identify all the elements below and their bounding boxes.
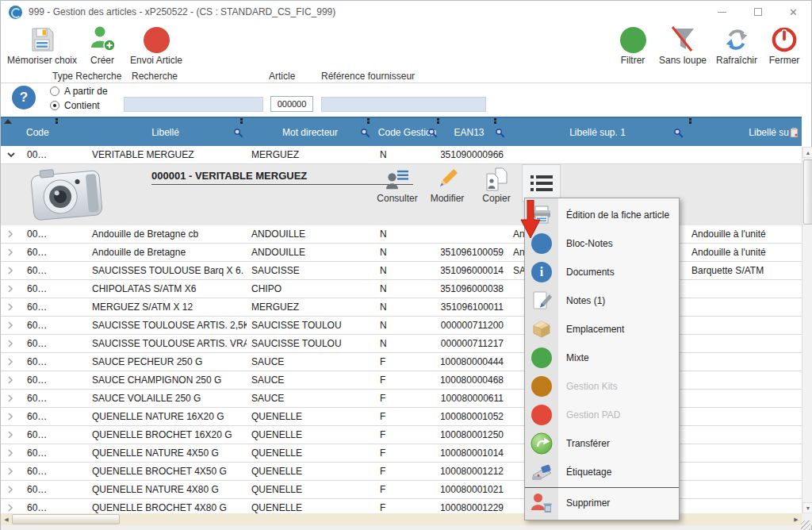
consulter-button[interactable]: Consulter bbox=[376, 167, 419, 204]
reference-fournisseur-input[interactable] bbox=[321, 97, 486, 112]
copier-button[interactable]: Copier bbox=[475, 167, 518, 204]
column-header-libelle-sup1[interactable]: Libellé sup. 1 bbox=[508, 118, 687, 146]
menu-item-bloc-notes[interactable]: Bloc-Notes bbox=[525, 229, 679, 258]
row-expander-icon[interactable] bbox=[1, 481, 23, 498]
row-expander-icon[interactable] bbox=[1, 225, 23, 243]
table-row[interactable]: 00…VERITABLE MERGUEZMERGUEZN335109000096… bbox=[1, 146, 802, 164]
maximize-button[interactable] bbox=[740, 1, 776, 23]
scroll-up-button[interactable]: ▲ bbox=[802, 147, 812, 158]
menu-item-notes-1-[interactable]: Notes (1) bbox=[525, 286, 679, 315]
menu-item-mixte[interactable]: Mixte bbox=[525, 344, 679, 372]
table-row[interactable]: 60…CHIPOLATAS S/ATM X6CHIPON335109600003… bbox=[1, 280, 802, 298]
row-expander-icon[interactable] bbox=[1, 371, 23, 389]
table-row[interactable]: 60…QUENELLE NATURE 16X20 GQUENELLEF31000… bbox=[1, 408, 802, 426]
menu-item-gestion-pad: Gestion PAD bbox=[525, 401, 679, 429]
row-expander-icon[interactable] bbox=[1, 463, 23, 480]
column-header-code-gestion[interactable]: Code Gestion bbox=[373, 118, 441, 146]
table-row[interactable]: 60…Andouille de BretagneANDOUILLEN335109… bbox=[1, 244, 802, 262]
row-actions-menu-button[interactable] bbox=[522, 164, 561, 202]
search-column-icon[interactable] bbox=[495, 128, 505, 138]
scroll-down-button[interactable]: ▼ bbox=[802, 502, 812, 513]
row-expander-icon[interactable] bbox=[1, 262, 23, 279]
table-row[interactable]: 60…SAUCISSE TOULOUSE ARTIS. 2,5KGSAUCISS… bbox=[1, 317, 802, 335]
menu-item-label: Bloc-Notes bbox=[566, 238, 613, 249]
cell-ean13: 3100080001021 bbox=[441, 481, 508, 498]
menu-item--dition-de-la-fiche-article[interactable]: Édition de la fiche article bbox=[525, 201, 679, 229]
help-icon[interactable]: ? bbox=[12, 86, 36, 109]
column-header-mot-directeur[interactable]: Mot directeur bbox=[247, 118, 373, 146]
search-column-icon[interactable] bbox=[673, 128, 684, 138]
cell-mot-directeur: SAUCE bbox=[247, 353, 373, 371]
envoi-article-button[interactable]: Envoi Article bbox=[126, 23, 186, 66]
resize-grip[interactable] bbox=[801, 520, 810, 530]
radio-contient[interactable]: Contient bbox=[50, 100, 100, 111]
row-expander-icon[interactable] bbox=[1, 426, 23, 444]
cell-libelle: Andouille de Bretagne bbox=[84, 244, 247, 261]
column-header-ean13[interactable]: EAN13 bbox=[441, 118, 508, 146]
row-expander-icon[interactable] bbox=[1, 390, 23, 407]
memoriser-choix-button[interactable]: Mémoriser choix bbox=[6, 23, 79, 66]
radio-a-partir-de[interactable]: A partir de bbox=[50, 86, 108, 97]
creer-button[interactable]: Créer bbox=[82, 23, 122, 66]
table-row[interactable]: 60…QUENELLE NATURE 4X50 GQUENELLEF310008… bbox=[1, 444, 802, 463]
cell-code-gestion: N bbox=[373, 146, 441, 163]
minimize-button[interactable] bbox=[704, 1, 740, 23]
vertical-scrollbar[interactable]: ▲ ▼ bbox=[802, 147, 812, 513]
fermer-button[interactable]: Fermer bbox=[764, 23, 804, 66]
close-button[interactable]: ✕ bbox=[776, 1, 811, 23]
table-row[interactable]: 60…QUENELLE BROCHET 4X50 GQUENELLEF31000… bbox=[1, 463, 802, 481]
recherche-input[interactable] bbox=[124, 97, 263, 112]
app-logo-icon bbox=[9, 6, 22, 19]
row-expander-icon[interactable] bbox=[1, 499, 23, 513]
vertical-scrollbar-thumb[interactable] bbox=[803, 159, 812, 225]
row-expander-icon[interactable] bbox=[1, 408, 23, 425]
radio-icon[interactable] bbox=[50, 86, 59, 96]
row-expander-icon[interactable] bbox=[1, 298, 23, 316]
column-header-code[interactable]: Code bbox=[23, 118, 84, 146]
search-column-icon[interactable] bbox=[360, 128, 370, 138]
clipboard-icon[interactable] bbox=[790, 128, 799, 138]
table-row[interactable]: 60…SAUCISSE TOULOUSE ARTIS. VRACSAUCISSE… bbox=[1, 335, 802, 353]
table-row[interactable]: 60…SAUCE PECHEUR 250 GSAUCEF310008000044… bbox=[1, 353, 802, 371]
table-row[interactable]: 60…QUENELLE BROCHET 16X20 GQUENELLEF3100… bbox=[1, 426, 802, 444]
table-row[interactable]: 60…MERGUEZ S/ATM X 12MERGUEZN33510961000… bbox=[1, 298, 802, 317]
menu-item-documents[interactable]: iDocuments bbox=[525, 258, 679, 286]
menu-item-emplacement[interactable]: Emplacement bbox=[525, 315, 679, 344]
table-row[interactable]: 60…QUENELLE NATURE 4X80 GQUENELLEF310008… bbox=[1, 481, 802, 499]
radio-icon-checked[interactable] bbox=[50, 101, 59, 110]
horizontal-scrollbar[interactable]: ◀ ▶ bbox=[1, 513, 802, 525]
table-row[interactable]: 60…SAUCE VOLAILLE 250 GSAUCEF31000800006… bbox=[1, 390, 802, 408]
row-expander-icon[interactable] bbox=[1, 146, 23, 163]
rafraichir-button[interactable]: Rafraîchir bbox=[713, 23, 760, 66]
row-expander-icon[interactable] bbox=[1, 353, 23, 371]
search-labels: Type Recherche Recherche Article Référen… bbox=[1, 71, 811, 83]
row-expander-icon[interactable] bbox=[1, 335, 23, 352]
cell-code-gestion: F bbox=[373, 444, 441, 462]
cell-code: 60… bbox=[23, 335, 84, 352]
table-row[interactable]: 60…SAUCE CHAMPIGNON 250 GSAUCEF310008000… bbox=[1, 371, 802, 390]
cell-mot-directeur: SAUCISSE TOULOU bbox=[247, 317, 373, 334]
scroll-right-button[interactable]: ▶ bbox=[791, 513, 802, 525]
column-header-libelle[interactable]: Libellé bbox=[84, 118, 247, 146]
table-row[interactable]: 60…SAUCISSES TOULOUSE Barq X 6.SAUCISSEN… bbox=[1, 262, 802, 280]
row-expander-icon[interactable] bbox=[1, 244, 23, 261]
sans-loupe-button[interactable]: Sans loupe bbox=[657, 23, 709, 66]
menu-item-supprimer[interactable]: Supprimer bbox=[525, 489, 679, 517]
cell-code-gestion: N bbox=[373, 317, 441, 334]
menu-item--tiquetage[interactable]: Étiquetage bbox=[525, 458, 679, 486]
filtrer-button[interactable]: Filtrer bbox=[615, 23, 651, 66]
menu-item-transf-rer[interactable]: Transférer bbox=[525, 429, 679, 458]
article-input[interactable] bbox=[270, 96, 313, 112]
row-expander-icon[interactable] bbox=[1, 444, 23, 462]
menu-item-label: Supprimer bbox=[566, 497, 610, 509]
row-expander-icon[interactable] bbox=[1, 280, 23, 298]
column-header-libelle-sup2[interactable]: Libellé su bbox=[687, 118, 802, 146]
table-row[interactable]: 60…QUENELLE BROCHET 4X80 GQUENELLEF31000… bbox=[1, 499, 802, 513]
table-row[interactable]: 00…Andouille de Bretagne cbANDOUILLENAnd… bbox=[1, 225, 802, 244]
scroll-left-button[interactable]: ◀ bbox=[1, 513, 12, 525]
row-expander-icon[interactable] bbox=[1, 317, 23, 334]
horizontal-scrollbar-thumb[interactable] bbox=[12, 514, 120, 524]
search-column-icon[interactable] bbox=[233, 128, 243, 138]
modifier-button[interactable]: Modifier bbox=[426, 167, 469, 204]
search-column-icon[interactable] bbox=[427, 128, 438, 138]
